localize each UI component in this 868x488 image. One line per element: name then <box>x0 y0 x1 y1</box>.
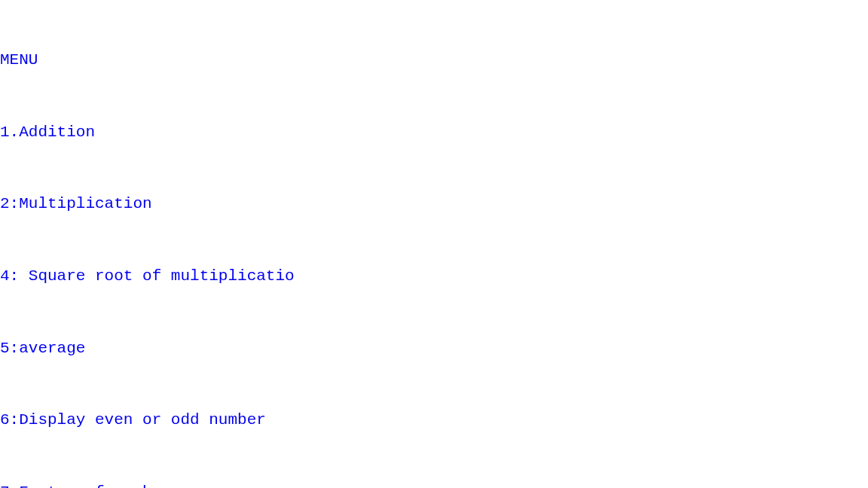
menu-title: MENU <box>0 48 868 72</box>
menu-item-4: 4: Square root of multiplicatio <box>0 264 868 288</box>
menu-item-1: 1.Addition <box>0 120 868 145</box>
menu-item-6: 6:Display even or odd number <box>0 408 868 432</box>
menu-item-5: 5:average <box>0 337 868 361</box>
terminal-output: MENU 1.Addition 2:Multiplication 4: Squa… <box>0 0 868 488</box>
menu-item-7: 7:Factor of number <box>0 480 868 488</box>
menu-item-2: 2:Multiplication <box>0 192 868 216</box>
